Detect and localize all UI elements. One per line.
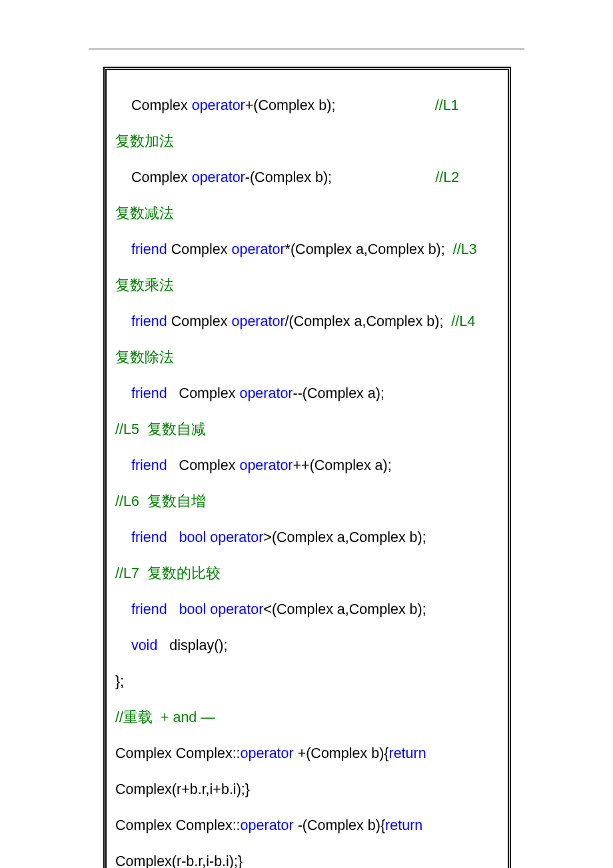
- code-token: operator: [210, 601, 263, 617]
- code-token: 复数减法: [115, 205, 174, 221]
- code-token: friend: [131, 457, 167, 473]
- code-token: friend: [131, 241, 171, 257]
- code-token: 复数乘法: [115, 277, 174, 293]
- code-line: //L5 复数自减: [115, 411, 499, 447]
- code-token: --(Complex a);: [293, 385, 444, 401]
- code-token: return: [388, 745, 430, 761]
- code-line: 复数乘法: [115, 267, 499, 303]
- code-listing-box: Complex operator+(Complex b); //L1 复数加法 …: [103, 67, 511, 868]
- code-token: [115, 601, 131, 617]
- code-token: [167, 529, 179, 545]
- code-token: <(Complex a,Complex b);: [263, 601, 426, 617]
- code-token: [115, 313, 131, 329]
- code-line: };: [115, 663, 499, 699]
- code-token: Complex: [167, 385, 240, 401]
- code-token: //L5 复数自减: [115, 421, 206, 437]
- code-line: Complex Complex::operator -(Complex b){r…: [115, 807, 499, 843]
- code-token: //L6 复数自增: [115, 493, 206, 509]
- code-token: //L1: [435, 97, 463, 113]
- code-token: operator: [231, 241, 285, 257]
- code-token: [115, 241, 131, 257]
- code-line: friend Complex operator*(Complex a,Compl…: [115, 231, 499, 267]
- code-token: *(Complex a,Complex b);: [285, 241, 453, 257]
- code-line: Complex operator+(Complex b); //L1: [115, 87, 499, 123]
- code-token: >(Complex a,Complex b);: [263, 529, 446, 545]
- code-line: friend Complex operator/(Complex a,Compl…: [115, 303, 499, 339]
- code-token: [115, 385, 131, 401]
- code-token: display();: [157, 637, 227, 653]
- code-token: 复数除法: [115, 349, 174, 365]
- code-line: //重载 + and —: [115, 699, 499, 735]
- code-line: Complex Complex::operator +(Complex b){r…: [115, 735, 499, 771]
- code-token: operator: [239, 457, 293, 473]
- code-line: 复数除法: [115, 339, 499, 375]
- code-line: Complex operator-(Complex b); //L2: [115, 159, 499, 195]
- code-token: +(Complex b){: [298, 745, 389, 761]
- code-token: Complex: [115, 97, 192, 113]
- code-line: void display();: [115, 627, 499, 663]
- code-token: operator: [192, 97, 245, 113]
- code-token: Complex Complex::: [115, 817, 241, 833]
- code-token: Complex: [167, 457, 240, 473]
- code-line: friend bool operator<(Complex a,Complex …: [115, 591, 499, 627]
- code-token: operator: [239, 385, 293, 401]
- code-token: return: [385, 817, 426, 833]
- code-token: //重载 + and —: [115, 709, 215, 725]
- code-token: //L2: [435, 169, 463, 185]
- code-token: Complex(r+b.r,i+b.i);}: [115, 781, 250, 797]
- code-token: [167, 601, 179, 617]
- code-token: operator: [241, 745, 298, 761]
- code-token: [115, 637, 131, 653]
- code-line: Complex(r+b.r,i+b.i);}: [115, 771, 499, 807]
- code-token: //L3: [453, 241, 481, 257]
- code-token: Complex: [171, 313, 232, 329]
- code-token: bool: [179, 529, 211, 545]
- code-token: +(Complex b);: [245, 97, 435, 113]
- code-token: /(Complex a,Complex b);: [285, 313, 452, 329]
- code-line: //L6 复数自增: [115, 483, 499, 519]
- code-token: -(Complex b){: [298, 817, 385, 833]
- code-token: friend: [131, 601, 167, 617]
- code-lines-container: Complex operator+(Complex b); //L1 复数加法 …: [115, 87, 499, 868]
- code-token: operator: [231, 313, 285, 329]
- code-token: -(Complex b);: [245, 169, 436, 185]
- code-line: 复数减法: [115, 195, 499, 231]
- code-token: operator: [241, 817, 298, 833]
- code-token: Complex: [115, 169, 192, 185]
- code-token: friend: [131, 313, 171, 329]
- code-token: [115, 529, 131, 545]
- code-token: operator: [210, 529, 263, 545]
- code-line: friend Complex operator--(Complex a);: [115, 375, 499, 411]
- code-token: [115, 457, 131, 473]
- code-token: bool: [179, 601, 211, 617]
- code-token: Complex Complex::: [115, 745, 241, 761]
- code-token: //L4: [451, 313, 479, 329]
- code-token: friend: [131, 529, 167, 545]
- page-top-rule: [89, 49, 524, 49]
- code-token: void: [131, 637, 157, 653]
- code-token: 复数加法: [115, 133, 174, 149]
- code-token: //L7 复数的比较: [115, 565, 221, 581]
- code-token: ++(Complex a);: [293, 457, 448, 473]
- code-line: 复数加法: [115, 123, 499, 159]
- code-token: Complex: [171, 241, 232, 257]
- code-line: Complex(r-b.r,i-b.i);}: [115, 843, 499, 868]
- code-token: friend: [131, 385, 167, 401]
- code-line: //L7 复数的比较: [115, 555, 499, 591]
- code-token: operator: [192, 169, 245, 185]
- code-token: };: [115, 673, 124, 689]
- code-token: Complex(r-b.r,i-b.i);}: [115, 853, 243, 868]
- code-line: friend bool operator>(Complex a,Complex …: [115, 519, 499, 555]
- code-line: friend Complex operator++(Complex a);: [115, 447, 499, 483]
